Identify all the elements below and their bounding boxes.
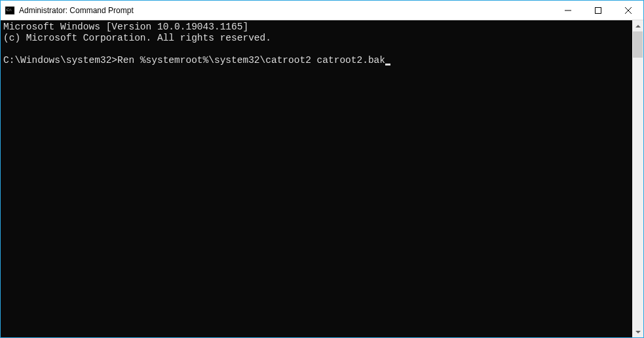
- window-title: Administrator: Command Prompt: [19, 6, 134, 15]
- terminal-area[interactable]: Microsoft Windows [Version 10.0.19043.11…: [1, 20, 643, 337]
- close-button[interactable]: [613, 1, 643, 20]
- terminal-prompt: C:\Windows\system32>: [3, 55, 117, 66]
- scrollbar-down-arrow-icon[interactable]: [632, 326, 643, 337]
- terminal-line: Microsoft Windows [Version 10.0.19043.11…: [3, 22, 248, 32]
- terminal-command: Ren %systemroot%\system32\catroot2 catro…: [117, 55, 385, 66]
- terminal-content[interactable]: Microsoft Windows [Version 10.0.19043.11…: [1, 20, 632, 337]
- terminal-cursor: [385, 64, 390, 66]
- scrollbar-thumb[interactable]: [633, 31, 643, 58]
- svg-marker-6: [635, 25, 641, 28]
- maximize-button[interactable]: [583, 1, 613, 20]
- scrollbar-up-arrow-icon[interactable]: [632, 20, 643, 31]
- svg-marker-7: [635, 331, 641, 333]
- terminal-line: (c) Microsoft Corporation. All rights re…: [3, 33, 271, 43]
- svg-rect-3: [596, 7, 601, 13]
- terminal-prompt-line: C:\Windows\system32>Ren %systemroot%\sys…: [3, 55, 390, 66]
- svg-text:C:\: C:\: [7, 8, 12, 12]
- titlebar: C:\ Administrator: Command Prompt: [1, 1, 643, 20]
- cmd-icon: C:\: [5, 5, 15, 16]
- window-controls: [553, 1, 643, 20]
- scrollbar-track[interactable]: [632, 31, 643, 326]
- minimize-button[interactable]: [553, 1, 583, 20]
- vertical-scrollbar[interactable]: [632, 20, 643, 337]
